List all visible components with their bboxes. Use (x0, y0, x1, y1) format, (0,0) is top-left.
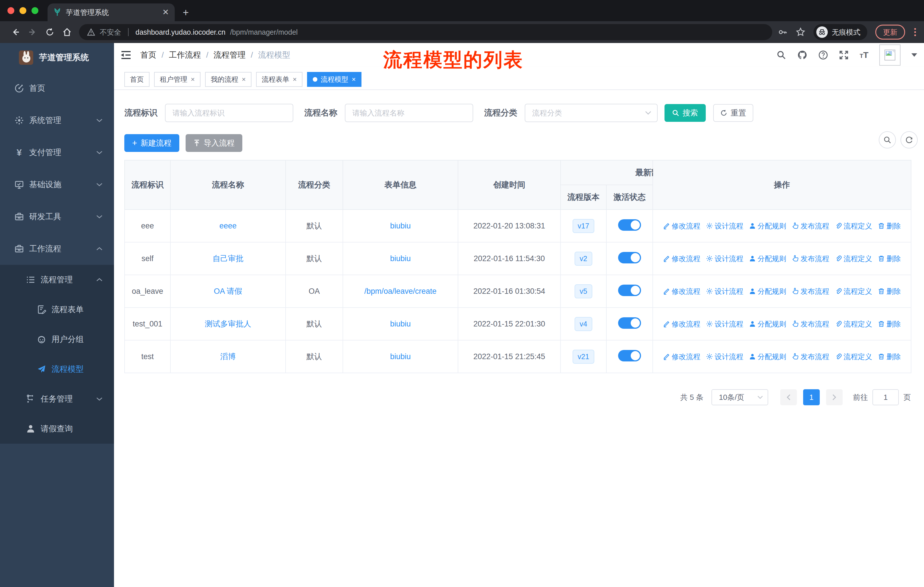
help-icon[interactable] (818, 50, 828, 60)
prev-page-button[interactable] (780, 389, 797, 405)
sidebar-item-process-model[interactable]: 流程模型 (0, 354, 114, 384)
form-info-link[interactable]: /bpm/oa/leave/create (364, 287, 437, 296)
url-path[interactable]: /bpm/manager/model (230, 28, 298, 36)
active-toggle[interactable] (618, 252, 641, 263)
process-name-link[interactable]: OA 请假 (214, 287, 242, 296)
process-name-link[interactable]: eeee (219, 222, 237, 230)
edit-process-link[interactable]: 修改流程 (663, 319, 700, 329)
form-info-link[interactable]: biubiu (390, 352, 411, 361)
update-button[interactable]: 更新 (875, 25, 905, 40)
sidebar-item-user-group[interactable]: 用户分组 (0, 324, 114, 354)
home-icon[interactable] (58, 24, 76, 40)
user-avatar[interactable] (879, 45, 901, 66)
next-page-button[interactable] (826, 389, 843, 405)
delete-link[interactable]: 删除 (878, 287, 901, 296)
delete-link[interactable]: 删除 (878, 254, 901, 263)
refresh-table-button[interactable] (901, 131, 918, 149)
reload-icon[interactable] (41, 24, 58, 40)
avatar-caret-icon[interactable] (911, 53, 917, 57)
category-select[interactable]: 流程分类 (525, 104, 658, 122)
delete-link[interactable]: 删除 (878, 352, 901, 361)
process-id-input[interactable] (165, 104, 293, 122)
sidebar-item-leave-query[interactable]: 请假查询 (0, 414, 114, 444)
edit-process-link[interactable]: 修改流程 (663, 221, 700, 231)
page-number-current[interactable]: 1 (803, 389, 820, 405)
design-process-link[interactable]: 设计流程 (706, 319, 743, 329)
design-process-link[interactable]: 设计流程 (706, 287, 743, 296)
publish-process-link[interactable]: 发布流程 (792, 287, 829, 296)
process-name-link[interactable]: 测试多审批人 (205, 319, 251, 328)
edit-process-link[interactable]: 修改流程 (663, 352, 700, 361)
assign-rule-link[interactable]: 分配规则 (749, 254, 786, 263)
tag-tenant[interactable]: 租户管理× (154, 72, 201, 87)
design-process-link[interactable]: 设计流程 (706, 221, 743, 231)
delete-link[interactable]: 删除 (878, 319, 901, 329)
publish-process-link[interactable]: 发布流程 (792, 319, 829, 329)
sidebar-item-payment[interactable]: ¥ 支付管理 (0, 136, 114, 169)
breadcrumb-process-mgmt[interactable]: 流程管理 (214, 50, 246, 61)
active-toggle[interactable] (618, 350, 641, 361)
github-icon[interactable] (797, 50, 807, 60)
design-process-link[interactable]: 设计流程 (706, 352, 743, 361)
url-domain[interactable]: dashboard.yudao.iocoder.cn (135, 28, 225, 36)
tag-close-icon[interactable]: × (352, 75, 356, 83)
sidebar-fold-icon[interactable] (120, 49, 132, 61)
sidebar-item-home[interactable]: 首页 (0, 72, 114, 104)
sidebar-item-infrastructure[interactable]: 基础设施 (0, 169, 114, 201)
process-name-input[interactable] (345, 104, 473, 122)
process-definition-link[interactable]: 流程定义 (835, 319, 872, 329)
publish-process-link[interactable]: 发布流程 (792, 221, 829, 231)
sidebar-item-devtools[interactable]: 研发工具 (0, 201, 114, 233)
breadcrumb-home[interactable]: 首页 (140, 50, 157, 61)
browser-tab[interactable]: 芋道管理系统 ✕ (48, 3, 175, 21)
breadcrumb-workflow[interactable]: 工作流程 (169, 50, 201, 61)
process-definition-link[interactable]: 流程定义 (835, 352, 872, 361)
assign-rule-link[interactable]: 分配规则 (749, 319, 786, 329)
new-tab-button[interactable]: + (183, 7, 189, 18)
form-info-link[interactable]: biubiu (390, 254, 411, 263)
import-process-button[interactable]: 导入流程 (186, 134, 242, 152)
reset-button[interactable]: 重置 (713, 104, 753, 122)
tag-close-icon[interactable]: × (191, 75, 195, 83)
process-name-link[interactable]: 滔博 (220, 352, 236, 361)
form-info-link[interactable]: biubiu (390, 319, 411, 328)
create-process-button[interactable]: + 新建流程 (124, 134, 179, 152)
security-label[interactable]: 不安全 (100, 28, 121, 37)
delete-link[interactable]: 删除 (878, 221, 901, 231)
window-controls[interactable] (0, 0, 48, 21)
tag-process-model[interactable]: 流程模型× (307, 72, 361, 87)
sidebar-item-process-mgmt[interactable]: 流程管理 (0, 265, 114, 294)
process-definition-link[interactable]: 流程定义 (835, 221, 872, 231)
edit-process-link[interactable]: 修改流程 (663, 287, 700, 296)
maximize-window-button[interactable] (31, 7, 38, 14)
sidebar-logo[interactable]: 芋道管理系统 (0, 43, 114, 72)
sidebar-item-process-form[interactable]: 流程表单 (0, 294, 114, 324)
publish-process-link[interactable]: 发布流程 (792, 352, 829, 361)
key-icon[interactable] (778, 27, 788, 37)
process-definition-link[interactable]: 流程定义 (835, 254, 872, 263)
sidebar-item-task-mgmt[interactable]: 任务管理 (0, 384, 114, 414)
edit-process-link[interactable]: 修改流程 (663, 254, 700, 263)
tag-close-icon[interactable]: × (242, 75, 246, 83)
active-toggle[interactable] (618, 317, 641, 329)
tag-home[interactable]: 首页 (124, 72, 150, 87)
page-size-select[interactable]: 10条/页 (711, 389, 768, 405)
toggle-search-button[interactable] (879, 131, 896, 149)
forward-icon[interactable] (24, 24, 41, 40)
active-toggle[interactable] (618, 284, 641, 296)
assign-rule-link[interactable]: 分配规则 (749, 352, 786, 361)
sidebar-item-system[interactable]: 系统管理 (0, 104, 114, 136)
assign-rule-link[interactable]: 分配规则 (749, 221, 786, 231)
fullscreen-icon[interactable] (839, 50, 849, 60)
sidebar-item-workflow[interactable]: 工作流程 (0, 233, 114, 265)
tag-process-form[interactable]: 流程表单× (256, 72, 302, 87)
font-size-icon[interactable]: TT (860, 50, 868, 60)
address-bar[interactable]: 不安全 dashboard.yudao.iocoder.cn /bpm/mana… (79, 24, 772, 40)
process-name-link[interactable]: 自己审批 (213, 254, 243, 263)
search-icon[interactable] (777, 50, 786, 60)
minimize-window-button[interactable] (20, 7, 26, 14)
goto-page-input[interactable] (873, 389, 899, 405)
close-window-button[interactable] (7, 7, 14, 14)
back-icon[interactable] (7, 24, 24, 40)
tag-my-process[interactable]: 我的流程× (205, 72, 251, 87)
